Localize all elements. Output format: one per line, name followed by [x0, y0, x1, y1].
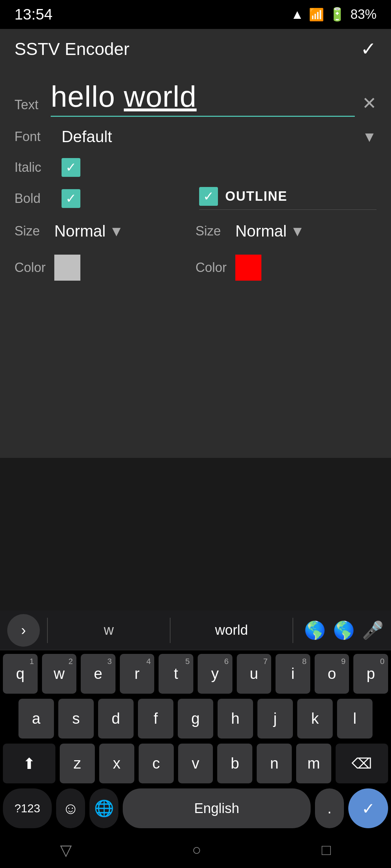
bold-check-icon: ✓	[66, 191, 76, 206]
key-f[interactable]: f	[138, 699, 173, 739]
key-c[interactable]: c	[139, 744, 174, 783]
status-time: 13:54	[14, 6, 52, 23]
key-a[interactable]: a	[18, 699, 54, 739]
bold-outline-row: Bold ✓ ✓ OUTLINE	[14, 182, 377, 215]
app-title: SSTV Encoder	[14, 39, 129, 59]
key-d[interactable]: d	[98, 699, 134, 739]
key-p[interactable]: 0p	[353, 654, 388, 694]
size-arrow-left: ▼	[109, 223, 124, 239]
text-word2: world	[124, 80, 197, 113]
enter-key[interactable]: ✓	[348, 788, 388, 828]
italic-checkbox[interactable]: ✓	[62, 158, 80, 177]
key-l[interactable]: l	[337, 699, 373, 739]
suggestion-divider-2	[170, 618, 171, 643]
key-row-4: ?123 ☺ 🌐 English . ✓	[3, 788, 388, 828]
globe-key[interactable]: 🌐	[89, 788, 118, 828]
font-dropdown[interactable]: Default ▼	[62, 128, 377, 146]
outline-check-icon: ✓	[203, 189, 214, 204]
key-m[interactable]: m	[296, 744, 331, 783]
key-row-1: 1q 2w 3e 4r 5t 6y 7u 8i 9o 0p	[3, 654, 388, 694]
size-value-left: Normal	[54, 222, 106, 240]
size-dropdown-right[interactable]: Normal ▼	[235, 222, 304, 240]
italic-label: Italic	[14, 160, 54, 175]
key-u[interactable]: 7u	[237, 654, 272, 694]
key-e[interactable]: 3e	[81, 654, 115, 694]
key-j[interactable]: j	[257, 699, 293, 739]
nav-recent-icon[interactable]: □	[321, 841, 331, 859]
nav-back-icon[interactable]: ▽	[60, 841, 72, 859]
size-label-left: Size	[14, 224, 47, 239]
key-t[interactable]: 5t	[159, 654, 193, 694]
text-word1: hello	[51, 80, 124, 113]
key-b[interactable]: b	[217, 744, 252, 783]
period-key[interactable]: .	[315, 788, 344, 828]
size-right: Size Normal ▼	[196, 222, 377, 240]
wifi-icon: ▲	[291, 7, 304, 22]
key-w[interactable]: 2w	[42, 654, 77, 694]
color-left: Color	[14, 255, 196, 281]
suggestion-expand-button[interactable]: ›	[7, 614, 40, 647]
key-x[interactable]: x	[99, 744, 134, 783]
suggestion-globe-1[interactable]: 🌎	[304, 620, 326, 641]
color-right: Color	[196, 255, 377, 281]
key-n[interactable]: n	[257, 744, 292, 783]
key-y[interactable]: 6y	[198, 654, 232, 694]
signal-icon: 📶	[309, 7, 324, 22]
size-label-right: Size	[196, 224, 228, 239]
key-q[interactable]: 1q	[3, 654, 38, 694]
confirm-button[interactable]: ✓	[361, 38, 377, 60]
key-r[interactable]: 4r	[120, 654, 155, 694]
suggestion-item-1[interactable]: w	[55, 622, 163, 638]
size-left: Size Normal ▼	[14, 222, 196, 240]
key-g[interactable]: g	[178, 699, 213, 739]
status-icons: ▲ 📶 🔋 83%	[291, 7, 377, 22]
size-arrow-right: ▼	[290, 223, 305, 239]
symbols-label: ?123	[14, 802, 40, 815]
shift-key[interactable]: ⬆	[3, 744, 55, 783]
battery-text: 83%	[350, 7, 377, 22]
font-label: Font	[14, 129, 54, 144]
suggestion-item-2[interactable]: world	[178, 622, 285, 638]
keyboard-container: › w world 🌎 🌎 🎤 1q 2w 3e 4r 5t 6y 7u 8i …	[0, 610, 391, 868]
space-key[interactable]: English	[123, 788, 311, 828]
key-row-2: a s d f g h j k l	[3, 699, 388, 739]
nav-home-icon[interactable]: ○	[192, 841, 201, 859]
microphone-icon[interactable]: 🎤	[362, 620, 384, 641]
status-bar: 13:54 ▲ 📶 🔋 83%	[0, 0, 391, 29]
key-v[interactable]: v	[178, 744, 213, 783]
backspace-key[interactable]: ⌫	[336, 744, 388, 783]
outline-checkbox[interactable]: ✓	[199, 187, 218, 206]
size-value-right: Normal	[235, 222, 287, 240]
text-input[interactable]: hello world	[51, 80, 355, 117]
suggestion-divider-3	[293, 618, 293, 643]
color-swatch-left[interactable]	[54, 255, 80, 281]
font-value: Default	[62, 128, 358, 146]
keyboard: 1q 2w 3e 4r 5t 6y 7u 8i 9o 0p a s d f g …	[0, 650, 391, 832]
bold-checkbox[interactable]: ✓	[62, 189, 80, 208]
key-s[interactable]: s	[58, 699, 94, 739]
color-swatch-right[interactable]	[235, 255, 261, 281]
suggestion-bar: › w world 🌎 🌎 🎤	[0, 610, 391, 650]
key-o[interactable]: 9o	[315, 654, 349, 694]
battery-icon: 🔋	[329, 7, 345, 22]
key-h[interactable]: h	[218, 699, 253, 739]
color-label-right: Color	[196, 260, 228, 275]
suggestion-globe-2[interactable]: 🌎	[333, 620, 355, 641]
main-content: Text hello world ✕ Font Default ▼ Italic…	[0, 69, 391, 299]
size-row: Size Normal ▼ Size Normal ▼	[14, 215, 377, 247]
text-row: Text hello world ✕	[14, 80, 377, 117]
color-label-left: Color	[14, 260, 47, 275]
size-dropdown-left[interactable]: Normal ▼	[54, 222, 123, 240]
clear-icon[interactable]: ✕	[355, 93, 377, 117]
key-k[interactable]: k	[297, 699, 333, 739]
symbols-key[interactable]: ?123	[3, 788, 52, 828]
suggestion-divider	[47, 618, 48, 643]
key-i[interactable]: 8i	[276, 654, 310, 694]
bottom-nav: ▽ ○ □	[0, 832, 391, 868]
text-label: Text	[14, 97, 51, 117]
key-z[interactable]: z	[60, 744, 95, 783]
italic-row: Italic ✓	[14, 153, 377, 182]
emoji-key[interactable]: ☺	[56, 788, 85, 828]
font-row: Font Default ▼	[14, 120, 377, 153]
outline-section: ✓ OUTLINE	[199, 187, 377, 210]
